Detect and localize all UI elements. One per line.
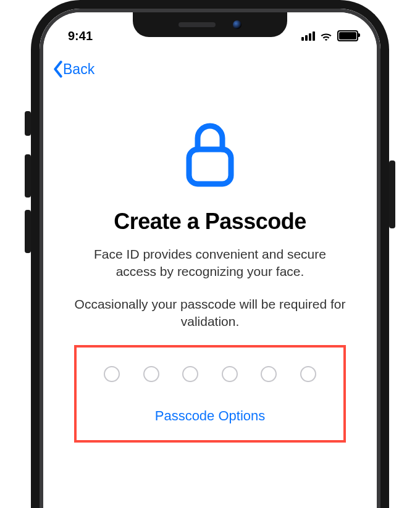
screen: 9:41 Back <box>43 12 377 504</box>
page-description-1: Face ID provides convenient and secure a… <box>74 246 346 281</box>
back-button[interactable]: Back <box>52 60 94 78</box>
passcode-field[interactable] <box>101 366 319 382</box>
notch <box>133 12 287 37</box>
navigation-bar: Back <box>43 49 377 80</box>
annotation-highlight: Passcode Options <box>74 345 346 443</box>
page-title: Create a Passcode <box>68 209 352 235</box>
passcode-dot <box>143 366 159 382</box>
passcode-dot <box>300 366 316 382</box>
phone-mute-switch <box>25 111 31 136</box>
phone-frame: 9:41 Back <box>31 0 389 508</box>
passcode-dot <box>222 366 238 382</box>
passcode-dot <box>182 366 198 382</box>
passcode-dot <box>261 366 277 382</box>
page-description-2: Occasionally your passcode will be requi… <box>74 296 346 331</box>
battery-icon <box>337 30 358 41</box>
wifi-icon <box>319 31 333 41</box>
phone-side-button <box>389 160 395 228</box>
passcode-dot <box>104 366 120 382</box>
front-camera <box>233 20 242 29</box>
chevron-left-icon <box>52 60 64 78</box>
passcode-options-button[interactable]: Passcode Options <box>101 408 319 424</box>
speaker-grille <box>178 22 216 27</box>
svg-rect-0 <box>189 149 231 184</box>
phone-volume-down-button <box>25 210 31 253</box>
status-time: 9:41 <box>68 29 93 43</box>
lock-icon <box>182 117 238 191</box>
phone-volume-up-button <box>25 154 31 198</box>
content-area: Create a Passcode Face ID provides conve… <box>43 117 377 443</box>
cellular-signal-icon <box>301 31 315 41</box>
back-label: Back <box>63 61 94 78</box>
